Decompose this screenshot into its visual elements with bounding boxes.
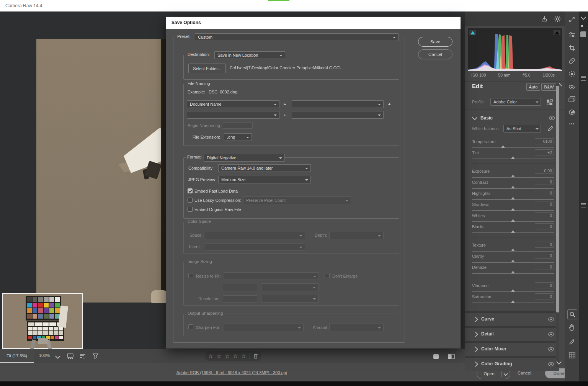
trash-icon[interactable] xyxy=(253,353,258,359)
snapshots-icon[interactable] xyxy=(568,108,576,116)
contrast-slider-thumb[interactable] xyxy=(511,186,515,188)
grid-overlay-icon[interactable] xyxy=(568,351,576,359)
texture-slider-thumb[interactable] xyxy=(511,249,515,251)
highlights-slider-track[interactable] xyxy=(472,199,554,200)
embed-original-checkbox[interactable] xyxy=(188,207,193,212)
contrast-value-field[interactable]: 0 xyxy=(535,179,554,185)
clarity-slider-track[interactable] xyxy=(472,262,554,263)
zoom-level-chevron-icon[interactable] xyxy=(55,353,60,359)
format-select[interactable]: Digital Negative xyxy=(204,154,285,162)
temperature-value-field[interactable]: 6100 xyxy=(535,138,554,144)
collapse-panel-icon[interactable]: » xyxy=(581,23,583,28)
more-settings-icon[interactable]: ••• xyxy=(568,119,576,128)
vibrance-slider-thumb[interactable] xyxy=(511,289,515,292)
dehaze-slider-track[interactable] xyxy=(472,273,554,274)
hand-tool-icon[interactable] xyxy=(568,323,576,332)
shadows-slider-track[interactable] xyxy=(472,210,554,211)
exposure-value-field[interactable]: 0.00 xyxy=(535,168,554,174)
image-settings-link[interactable]: Adobe RGB (1998) - 8 bit - 6048 x 4024 (… xyxy=(176,370,287,375)
star-rating-stars[interactable]: ☆☆☆☆☆ xyxy=(208,353,246,359)
lossy-compression-checkbox[interactable] xyxy=(188,198,193,203)
whites-slider-thumb[interactable] xyxy=(511,219,515,222)
dialog-titlebar[interactable]: Save Options xyxy=(166,17,461,29)
edge-chevron-down-icon[interactable] xyxy=(581,15,586,20)
compatibility-select[interactable]: Camera Raw 14.0 and later xyxy=(218,164,311,172)
resize-to-fit-checkbox[interactable] xyxy=(188,273,193,278)
masking-icon[interactable] xyxy=(568,70,576,78)
blacks-slider-thumb[interactable] xyxy=(511,230,515,233)
star-rating-bar[interactable]: ☆☆☆☆☆ xyxy=(205,351,261,361)
texture-slider-track[interactable] xyxy=(472,251,554,252)
file-extension-select[interactable]: .dng xyxy=(224,133,252,141)
cancel-button[interactable]: Cancel xyxy=(518,371,531,375)
auto-button[interactable]: Auto xyxy=(526,83,540,91)
panel-section-color-grading[interactable]: Color Grading xyxy=(465,358,559,371)
blacks-slider-track[interactable] xyxy=(472,232,554,233)
naming-token-3-select[interactable] xyxy=(187,111,279,119)
crop-icon[interactable] xyxy=(568,44,576,52)
save-button[interactable]: Save xyxy=(418,37,452,47)
eye-visibility-icon[interactable] xyxy=(548,347,554,352)
saturation-slider-thumb[interactable] xyxy=(511,300,515,303)
tint-value-field[interactable]: +2 xyxy=(535,149,554,155)
edge-thumbnail[interactable] xyxy=(580,31,586,37)
exposure-slider-thumb[interactable] xyxy=(511,175,515,177)
presets-icon[interactable] xyxy=(568,95,576,103)
edge-grip[interactable] xyxy=(581,203,586,208)
star-icon[interactable]: ☆ xyxy=(217,353,222,359)
zoom-fit-tab[interactable]: Fit (17.3%) xyxy=(0,349,34,363)
sampler-eyedropper-icon[interactable] xyxy=(568,338,576,346)
begin-numbering-input[interactable] xyxy=(223,122,253,129)
star-icon[interactable]: ☆ xyxy=(225,353,230,359)
filmstrip-view-icon[interactable] xyxy=(66,352,74,360)
zoom-tool-icon[interactable] xyxy=(567,309,577,319)
star-icon[interactable]: ☆ xyxy=(208,353,213,359)
embed-fast-load-checkbox[interactable] xyxy=(188,188,193,193)
whites-value-field[interactable]: 0 xyxy=(535,212,554,218)
shadows-value-field[interactable]: 0 xyxy=(535,201,554,207)
whites-slider-track[interactable] xyxy=(472,221,554,222)
edge-grip[interactable] xyxy=(581,76,586,81)
red-eye-icon[interactable] xyxy=(568,83,576,91)
filter-icon[interactable] xyxy=(91,352,100,360)
dehaze-value-field[interactable]: 0 xyxy=(535,264,554,270)
heal-icon[interactable] xyxy=(568,57,576,65)
dehaze-slider-thumb[interactable] xyxy=(511,271,515,273)
eye-visibility-icon[interactable] xyxy=(549,116,555,120)
temperature-slider-track[interactable] xyxy=(472,147,554,148)
preview-toggle-icon[interactable] xyxy=(432,352,440,361)
panel-scrollbar-thumb[interactable] xyxy=(556,86,559,312)
panel-section-curve[interactable]: Curve xyxy=(465,313,559,326)
highlight-clipping-indicator[interactable] xyxy=(554,30,560,35)
select-folder-button[interactable]: Select Folder... xyxy=(188,64,226,73)
dont-enlarge-checkbox[interactable] xyxy=(325,273,330,278)
temperature-slider-thumb[interactable] xyxy=(501,145,505,148)
dialog-cancel-button[interactable]: Cancel xyxy=(418,49,452,59)
sharpen-for-checkbox[interactable] xyxy=(188,324,193,329)
profile-select[interactable]: Adobe Color xyxy=(490,98,541,106)
saturation-value-field[interactable]: 0 xyxy=(535,293,554,299)
vibrance-slider-track[interactable] xyxy=(472,291,554,292)
sort-order-icon[interactable] xyxy=(78,352,87,360)
preset-select[interactable]: Custom xyxy=(195,33,399,41)
zoom-100-button[interactable]: 100% xyxy=(39,353,50,358)
destination-select[interactable]: Save in New Location xyxy=(214,51,285,59)
texture-value-field[interactable]: 0 xyxy=(535,242,554,248)
clarity-value-field[interactable]: 0 xyxy=(535,253,554,259)
before-after-view-icon[interactable] xyxy=(447,352,456,361)
eye-visibility-icon[interactable] xyxy=(548,332,554,337)
clarity-slider-thumb[interactable] xyxy=(511,260,515,262)
naming-token-4-select[interactable] xyxy=(292,111,384,119)
open-options-chevron-icon[interactable] xyxy=(501,372,510,375)
exposure-slider-track[interactable] xyxy=(472,177,554,178)
filmstrip-thumbnail[interactable] xyxy=(2,293,83,349)
vibrance-value-field[interactable]: 0 xyxy=(535,282,554,288)
panel-section-color-mixer[interactable]: Color Mixer xyxy=(465,343,559,356)
star-icon[interactable]: ☆ xyxy=(241,353,246,359)
tint-slider-thumb[interactable] xyxy=(511,156,515,159)
profile-browser-icon[interactable] xyxy=(546,98,554,106)
save-image-icon[interactable] xyxy=(540,15,549,23)
eye-visibility-icon[interactable] xyxy=(548,362,554,366)
saturation-slider-track[interactable] xyxy=(472,303,554,303)
highlights-value-field[interactable]: 0 xyxy=(535,190,554,196)
